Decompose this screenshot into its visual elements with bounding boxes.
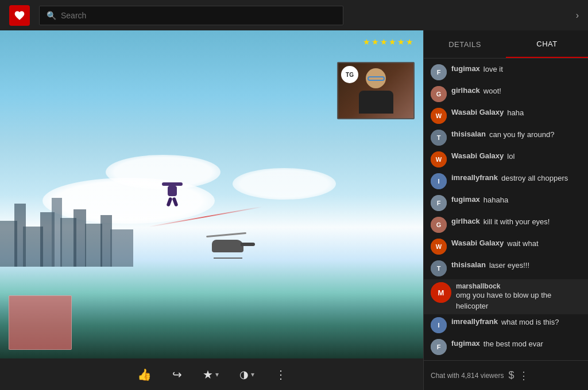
skydiver (161, 182, 184, 211)
message-content: fugimaxlove it (451, 64, 581, 75)
chat-avatar: F (431, 339, 447, 355)
message-content: thisisalanlaser eyes!!! (451, 260, 581, 271)
message-inline: girlhackwoot! (451, 86, 581, 96)
search-input[interactable] (61, 11, 336, 20)
message-username: Wasabi Galaxy (451, 151, 504, 160)
share-button[interactable]: ↪ (170, 365, 184, 384)
message-inline: fugimaxthe best mod evar (451, 339, 581, 349)
chat-message-13: WWasabi Galaxywait what (424, 236, 588, 258)
message-content: fugimaxthe best mod evar (451, 339, 581, 349)
message-inline: Wasabi Galaxylol (451, 151, 581, 162)
heli-rotor (206, 232, 246, 237)
message-content: thisisalancan you fly around? (451, 130, 581, 140)
chat-avatar: I (431, 173, 447, 189)
star-dropdown-icon: ▾ (215, 370, 219, 379)
message-content: fugimaxhahaha (451, 195, 581, 205)
message-inline: fugimaxhahaha (451, 195, 581, 205)
chat-avatar: M (431, 282, 451, 303)
chat-messages: WWasabi Galaxysuperhero mods lolTthisisa… (424, 58, 588, 360)
message-text: woot! (483, 86, 501, 96)
message-username: imreallyfrank (451, 317, 498, 326)
star-icon: ★ (203, 368, 213, 381)
message-username: fugimax (451, 339, 480, 348)
message-username: imreallyfrank (451, 173, 498, 182)
message-username: girlhack (451, 217, 480, 225)
chat-message-6: Ggirlhackwoot! (424, 83, 588, 105)
tab-details[interactable]: DETAILS (424, 30, 506, 58)
chat-message-16: Iimreallyfrankwhat mod is this? (424, 314, 588, 336)
cloud-3 (233, 168, 336, 200)
sky-body (168, 186, 177, 196)
message-text: love it (483, 64, 503, 75)
like-button[interactable]: 👍 (135, 365, 154, 384)
search-icon: 🔍 (47, 11, 56, 20)
streamer-logo: TG (341, 66, 358, 83)
chat-avatar: G (431, 86, 447, 102)
chat-more-button[interactable]: ⋮ (519, 369, 529, 382)
stars-rating: ★★★★★★ (363, 37, 415, 46)
youtube-logo[interactable] (9, 5, 30, 26)
message-inline: Wasabi Galaxyhaha (451, 108, 581, 118)
message-text: lol (507, 151, 514, 162)
message-inline: thisisalanlaser eyes!!! (451, 260, 581, 271)
message-username: thisisalan (451, 260, 486, 269)
chat-avatar: F (431, 64, 447, 80)
top-bar-right: › (576, 10, 579, 21)
chat-message-15: Mmarshallbockomg you have to blow up the… (424, 279, 588, 314)
chat-avatar: I (431, 317, 447, 333)
message-text: can you fly around? (489, 130, 554, 140)
message-text: the best mod evar (483, 339, 543, 349)
save-button[interactable]: ★ ▾ (200, 365, 221, 384)
super-chat-button[interactable]: $ (508, 369, 514, 381)
webcam-overlay: TG (337, 62, 415, 119)
message-text: haha (507, 108, 524, 118)
message-text: hahaha (483, 195, 508, 205)
chat-avatar: W (431, 151, 447, 167)
message-text: destroy all choppers (501, 173, 568, 184)
more-options-button[interactable]: ⋮ (273, 365, 289, 384)
message-username: fugimax (451, 64, 480, 73)
quality-icon: ◑ (239, 368, 249, 381)
message-username: girlhack (451, 86, 480, 95)
heart-icon (14, 10, 25, 21)
message-text: omg you have to blow up the helicopter (456, 290, 581, 311)
heli-skids (214, 254, 242, 259)
chat-avatar: T (431, 130, 447, 146)
streamer-webcam (359, 68, 393, 114)
chat-message-9: WWasabi Galaxylol (424, 149, 588, 170)
message-inline: Wasabi Galaxywait what (451, 239, 581, 249)
message-username: thisisalan (451, 130, 486, 138)
message-inline: fugimaxlove it (451, 64, 581, 75)
message-username: marshallbock (456, 282, 581, 290)
chat-avatar: W (431, 239, 447, 255)
message-content: Wasabi Galaxylol (451, 151, 581, 162)
chat-message-10: Iimreallyfrankdestroy all choppers (424, 170, 588, 192)
message-text: wait what (507, 239, 538, 249)
message-content: Wasabi Galaxywait what (451, 239, 581, 249)
quality-button[interactable]: ◑ ▾ (237, 366, 257, 383)
chat-avatar: F (431, 195, 447, 211)
message-inline: imreallyfrankdestroy all choppers (451, 173, 581, 184)
top-bar: 🔍 › (0, 0, 588, 30)
person-head (366, 68, 386, 88)
message-content: girlhackwoot! (451, 86, 581, 96)
sky-leg-right (172, 197, 178, 206)
message-content: marshallbockomg you have to blow up the … (456, 282, 581, 311)
message-content: imreallyfrankwhat mod is this? (451, 317, 581, 327)
chat-message-11: Ffugimaxhahaha (424, 192, 588, 214)
message-username: Wasabi Galaxy (451, 108, 504, 116)
main-content: ★★★★★★ TG (0, 30, 588, 390)
message-inline: thisisalancan you fly around? (451, 130, 581, 140)
message-inline: imreallyfrankwhat mod is this? (451, 317, 581, 327)
message-text: laser eyes!!! (489, 260, 529, 271)
glasses (368, 76, 385, 81)
tab-chat[interactable]: CHAT (506, 30, 588, 58)
sky-arms (162, 182, 183, 186)
search-bar[interactable]: 🔍 (39, 6, 343, 25)
video-area: ★★★★★★ TG (0, 30, 423, 390)
chat-message-5: Ffugimaxlove it (424, 61, 588, 83)
video-controls: 👍 ↪ ★ ▾ ◑ ▾ ⋮ (0, 358, 423, 390)
chat-message-8: Tthisisalancan you fly around? (424, 127, 588, 149)
navigation-arrow[interactable]: › (576, 10, 579, 21)
chat-message-7: WWasabi Galaxyhaha (424, 105, 588, 127)
